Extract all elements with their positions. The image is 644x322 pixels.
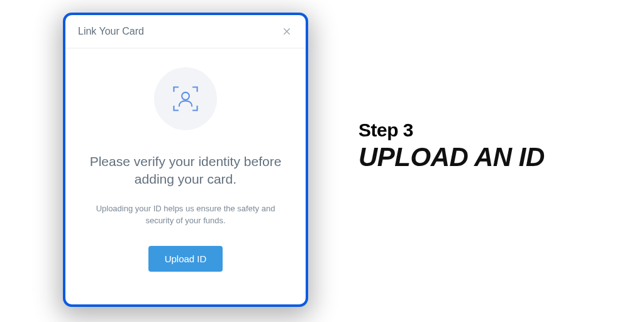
upload-id-button[interactable]: Upload ID: [148, 246, 223, 272]
svg-point-2: [182, 92, 189, 100]
stage: Link Your Card: [0, 0, 644, 322]
identity-scan-icon: [169, 82, 203, 116]
link-card-dialog: Link Your Card: [63, 13, 308, 307]
step-title: UPLOAD AN ID: [358, 142, 545, 172]
close-button[interactable]: [280, 25, 293, 38]
step-number-label: Step 3: [358, 119, 545, 141]
identity-icon-circle: [154, 67, 217, 130]
dialog-subtext: Uploading your ID helps us ensure the sa…: [88, 203, 283, 227]
step-caption: Step 3 UPLOAD AN ID: [358, 119, 545, 172]
dialog-headline: Please verify your identity before addin…: [85, 153, 286, 189]
dialog-header: Link Your Card: [65, 15, 306, 48]
dialog-body: Please verify your identity before addin…: [65, 48, 306, 288]
close-icon: [282, 26, 292, 36]
dialog-title: Link Your Card: [78, 26, 144, 37]
